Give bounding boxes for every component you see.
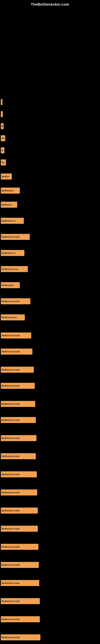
bar-row: Bottleneck result (1, 580, 39, 586)
bar-row: Bottleneck result (1, 234, 30, 240)
bar-row: Bottleneck result (1, 348, 32, 355)
bar-label: Bo (1, 161, 4, 164)
site-title: TheBottlenecker.com (0, 0, 100, 8)
bar-label: Bottleneck result (1, 600, 19, 602)
bottleneck-bar (1, 111, 3, 117)
bar-label: Bottleneck result (1, 350, 19, 353)
bottleneck-bar: Bottleneck res (1, 314, 25, 320)
bottleneck-bar: Bottleneck result (1, 401, 35, 407)
bottleneck-bar: Bottleneck re (1, 250, 24, 256)
bar-row: Bottleneck result (1, 507, 38, 514)
bar-label: Bottleneck result (1, 636, 19, 638)
bar-row: Bo (1, 159, 6, 166)
bottleneck-bar: Bottleneck resu (1, 266, 28, 272)
bar-row: Bo (1, 135, 5, 142)
bar-label: Bottleneck result (1, 236, 19, 238)
bar-label: Bottleneck result (1, 546, 19, 548)
bar-label: Bo (1, 137, 4, 140)
bottleneck-bar: Bottleneck result (1, 298, 30, 304)
bottleneck-bar: Bottleneck result (1, 417, 36, 423)
bar-row: Bottleneck result (1, 544, 38, 550)
bottleneck-bar: Bottleneck result (1, 348, 32, 354)
bar-row: Bottleneck result (1, 471, 37, 478)
bar-row: Bottleneck result (1, 332, 31, 339)
bar-row: Bottleneck r (1, 187, 20, 194)
bar-label: Bottleneck result (1, 384, 19, 387)
bottleneck-bar: Bottlenec (1, 202, 17, 208)
bar-row: Bottleneck re (1, 250, 24, 256)
bar-row: Bottleneck result (1, 634, 40, 640)
bottleneck-bar: Bottleneck result (1, 526, 38, 532)
bottleneck-bar: B (1, 147, 4, 153)
bottleneck-bar: Bottleneck result (1, 234, 30, 240)
bar-label: Bottleneck result (1, 455, 19, 458)
bottleneck-bar: Bottleneck result (1, 471, 37, 477)
bar-row (1, 99, 2, 105)
bar-row: Bottleneck result (1, 298, 30, 304)
bar-label: Bottleneck result (1, 618, 19, 620)
bar-label: Bottleneck result (1, 491, 19, 494)
bar-label: Bottleneck result (1, 419, 19, 421)
bottleneck-bar: Bo (1, 160, 6, 166)
bar-row: Bottleneck result (1, 382, 35, 389)
bar-label: Bottleneck result (1, 528, 19, 530)
bottleneck-bar: Bottleneck r (1, 282, 20, 288)
bar-label: B (1, 149, 3, 152)
bar-label: Bottleneck result (1, 403, 19, 405)
bar-label: Bottleneck result (1, 473, 19, 476)
bottleneck-bar: Bottleneck re (1, 218, 24, 224)
bar-row: Bottleneck result (1, 401, 35, 407)
bar-label: Bottleneck result (1, 509, 19, 512)
bar-label: Bottleneck result (1, 300, 19, 302)
bar-row: Bottleneck result (1, 598, 40, 604)
bottleneck-bar: Bottleneck result (1, 490, 37, 496)
bar-row: Bottleneck result (1, 366, 34, 373)
bottleneck-bar: Bottleneck result (1, 616, 40, 622)
bottleneck-bar: Bottleneck result (1, 383, 35, 389)
bar-label: Bottlenec (1, 204, 12, 206)
bar-row: Bottlen (1, 173, 12, 180)
bar-row: Bottleneck result (1, 435, 36, 441)
bar-row: Bottlenec (1, 202, 17, 208)
bar-label: Bottleneck re (1, 220, 16, 222)
chart-area: BBoBBoBottlenBottleneck rBottlenecBottle… (0, 8, 100, 644)
bar-row: Bottleneck result (1, 616, 40, 622)
bar-row: B (1, 147, 4, 154)
bar-label: Bottleneck result (1, 437, 19, 439)
bottleneck-bar: Bottleneck result (1, 508, 38, 514)
bottleneck-bar: Bottlen (1, 174, 12, 180)
bottleneck-bar: Bottleneck result (1, 562, 39, 568)
bottleneck-bar: Bottleneck result (1, 367, 34, 373)
bar-row: Bottleneck result (1, 453, 36, 460)
bar-label: Bottleneck r (1, 190, 14, 192)
bar-row: Bottleneck re (1, 218, 24, 224)
bar-label: Bottleneck res (1, 316, 17, 318)
bar-row (1, 111, 3, 117)
bar-row: B (1, 123, 3, 130)
bar-row: Bottleneck result (1, 562, 39, 568)
bar-label: Bottleneck re (1, 252, 16, 254)
bottleneck-bar: Bottleneck result (1, 332, 31, 338)
bottleneck-bar: Bottleneck result (1, 634, 40, 640)
bar-row: Bottleneck result (1, 489, 37, 496)
bar-label: Bottleneck r (1, 284, 14, 286)
bottleneck-bar: Bottleneck result (1, 544, 38, 550)
bottleneck-bar: Bottleneck r (1, 188, 20, 194)
bar-row: Bottleneck res (1, 314, 25, 320)
bottleneck-bar (1, 99, 2, 105)
bar-row: Bottleneck result (1, 526, 38, 532)
bar-label: Bottleneck resu (1, 268, 18, 270)
bar-label: Bottleneck result (1, 564, 19, 566)
bottleneck-bar: Bottleneck result (1, 453, 36, 459)
bar-row: Bottleneck resu (1, 266, 28, 272)
bottleneck-bar: Bottleneck result (1, 598, 40, 604)
bar-label: Bottleneck result (1, 368, 19, 371)
bottleneck-bar: B (1, 123, 3, 129)
bar-label: Bottleneck result (1, 334, 19, 337)
bar-row: Bottleneck result (1, 417, 36, 423)
bar-label: B (1, 125, 3, 128)
bottleneck-bar: Bottleneck result (1, 580, 39, 586)
bar-row: Bottleneck r (1, 282, 20, 288)
bar-label: Bottleneck result (1, 582, 19, 584)
bar-label: Bottlen (1, 175, 9, 178)
